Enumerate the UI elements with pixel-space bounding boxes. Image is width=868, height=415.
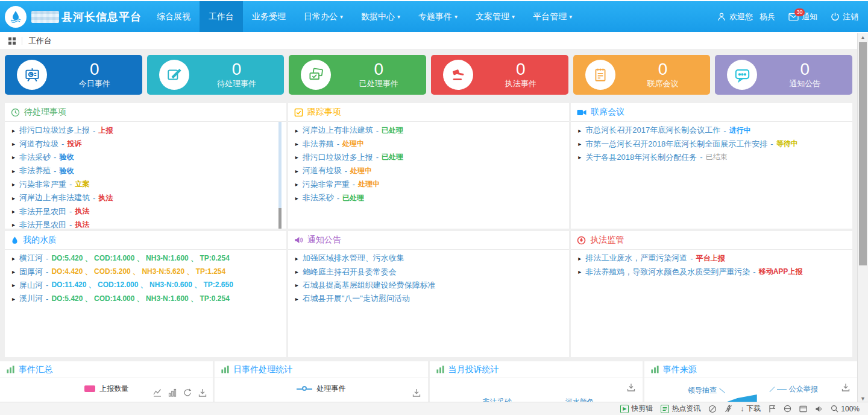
menu-item-overview[interactable]: 综合展视 xyxy=(148,1,200,32)
brand[interactable]: 县河长信息平台 xyxy=(0,6,148,28)
line-chart-toggle-icon[interactable] xyxy=(153,388,162,397)
zoom-control[interactable]: 100% xyxy=(831,405,860,413)
list-item[interactable]: ▸污染非常严重-处理中 xyxy=(295,178,570,191)
menu-item-business[interactable]: 业务受理 xyxy=(243,1,295,32)
flag-icon[interactable] xyxy=(769,405,776,413)
caret-right-icon: ▸ xyxy=(578,127,581,134)
chart-title: 当月投诉统计 xyxy=(448,364,499,375)
flash-off-icon[interactable] xyxy=(725,405,732,413)
quick-edit-button[interactable]: ▶快剪辑 xyxy=(620,404,653,414)
water-item[interactable]: ▸固厚河-DO:4.420 、 COD:5.200 、 NH3-N:5.620 … xyxy=(12,265,286,278)
list-item[interactable]: ▸市总河长召开2017年底河长制会议工作-进行中 xyxy=(578,124,852,137)
list-item[interactable]: ▸非法养殖鸡，导致河水颜色及水质受到严重污染-移动APP上报 xyxy=(578,265,852,278)
scroll-up-arrow[interactable]: ▲ xyxy=(858,33,868,42)
caret-right-icon: ▸ xyxy=(295,154,298,160)
panel-scrollbar[interactable] xyxy=(278,122,281,229)
list-item[interactable]: ▸石城县开展"八一"走访慰问活动 xyxy=(295,292,570,305)
grid-icon[interactable] xyxy=(8,37,16,45)
chart-legend[interactable]: 处理事件 xyxy=(215,384,427,394)
list-item[interactable]: ▸非法采砂-已处理 xyxy=(295,191,570,204)
list-item[interactable]: ▸加强区域排水管理、污水收集 xyxy=(295,252,570,265)
list-item[interactable]: ▸排污口垃圾过多上报-上报 xyxy=(12,124,286,137)
list-item[interactable]: ▸排法工业废水，严重污染河道-平台上报 xyxy=(578,252,852,265)
menu-item-platform-admin[interactable]: 平台管理▾ xyxy=(524,1,581,32)
download-icon[interactable] xyxy=(198,388,207,397)
menu-item-documents[interactable]: 文案管理▾ xyxy=(467,1,524,32)
scrollbar-thumb[interactable] xyxy=(859,42,867,265)
menu-item-special-events[interactable]: 专题事件▾ xyxy=(409,1,467,32)
water-item[interactable]: ▸横江河-DO:5.420 、 COD:14.000 、 NH3-N:1.600… xyxy=(12,252,286,265)
ad-block-icon[interactable] xyxy=(708,405,717,413)
list-item[interactable]: ▸河道有垃圾-投诉 xyxy=(12,137,286,150)
logout-button[interactable]: 注销 xyxy=(831,11,858,22)
news-icon xyxy=(661,405,669,413)
stat-label: 已处理事件 xyxy=(359,78,398,89)
download-icon[interactable] xyxy=(841,383,850,391)
notifications-button[interactable]: 30 通知 xyxy=(788,11,817,22)
list-item[interactable]: ▸污染非常严重-立案 xyxy=(12,178,286,191)
water-item[interactable]: ▸屏山河-DO:11.420 、 COD:12.000 、 NH3-N:0.60… xyxy=(12,279,286,292)
list-item[interactable]: ▸排污口垃圾过多上报-已处理 xyxy=(295,151,570,164)
caret-right-icon: ▸ xyxy=(12,255,15,262)
panel-title: 待处理事项 xyxy=(24,107,66,118)
status-badge: 验收 xyxy=(59,166,74,176)
list-item[interactable]: ▸关于各县2018年河长制分配任务-已结束 xyxy=(578,151,852,164)
river-name: 屏山河 xyxy=(19,280,43,291)
menu-item-data-center[interactable]: 数据中心▾ xyxy=(352,1,409,32)
stat-value: 0 xyxy=(658,60,668,78)
stat-card-enforcement-events[interactable]: 0执法事件 xyxy=(431,55,568,95)
list-item[interactable]: ▸河道有垃圾-处理中 xyxy=(295,164,570,177)
stat-card-joint-meetings[interactable]: 0联席会议 xyxy=(573,55,711,95)
list-item[interactable]: ▸非法采砂-验收 xyxy=(12,151,286,164)
water-item[interactable]: ▸溪川河-DO:5.420 、 COD:14.000 、 NH3-N:1.600… xyxy=(12,292,286,305)
speaker-icon[interactable] xyxy=(815,405,823,413)
user-greeting[interactable]: 欢迎您 杨兵 xyxy=(717,11,775,22)
pie-slice-label: 公众举报 xyxy=(769,384,818,394)
caret-right-icon: ▸ xyxy=(12,181,15,188)
bar-chart-toggle-icon[interactable] xyxy=(168,388,177,397)
stat-card-notices[interactable]: 0通知公告 xyxy=(715,55,852,95)
chart-header: 事件汇总 xyxy=(0,361,213,378)
caret-right-icon: ▸ xyxy=(295,141,298,147)
refresh-icon[interactable] xyxy=(183,388,192,397)
list-item[interactable]: ▸非法养殖-验收 xyxy=(12,164,286,177)
meeting-list: ▸市总河长召开2017年底河长制会议工作-进行中 ▸市第一总河长召开2018年底… xyxy=(571,122,852,164)
list-item[interactable]: ▸非法养殖-处理中 xyxy=(295,137,570,150)
notice-list: ▸加强区域排水管理、污水收集 ▸鲍峰庭主持召开县委常委会 ▸石城县提高基层组织建… xyxy=(288,250,570,306)
browser-mode-icon[interactable] xyxy=(784,405,791,413)
stat-card-today-events[interactable]: 0今日事件 xyxy=(5,55,142,95)
pending-list: ▸排污口垃圾过多上报-上报 ▸河道有垃圾-投诉 ▸非法采砂-验收 ▸非法养殖-验… xyxy=(5,122,286,229)
window-icon[interactable] xyxy=(799,405,807,413)
download-icon[interactable] xyxy=(627,383,635,391)
caret-down-icon: ▾ xyxy=(454,13,458,20)
person-icon xyxy=(717,12,726,22)
label-callout-line xyxy=(719,388,725,393)
list-item[interactable]: ▸市第一总河长召开2018年底河长制全面展示工作安排-等待中 xyxy=(578,137,852,150)
stat-card-pending-events[interactable]: 0待处理事件 xyxy=(147,55,285,95)
panel-header: 通知公告 xyxy=(288,231,570,250)
menu-item-daily-office[interactable]: 日常办公▾ xyxy=(295,1,352,32)
hot-news-button[interactable]: 热点资讯 xyxy=(661,404,700,414)
stat-card-processed-events[interactable]: 0已处理事件 xyxy=(289,55,426,95)
zoom-level: 100% xyxy=(841,405,860,413)
list-item[interactable]: ▸鲍峰庭主持召开县委常委会 xyxy=(295,265,570,278)
download-icon[interactable] xyxy=(412,388,421,397)
stat-value: 0 xyxy=(232,60,242,78)
label-callout-line xyxy=(769,387,775,392)
presentation-icon xyxy=(17,60,47,90)
menu-item-workbench[interactable]: 工作台 xyxy=(200,1,243,32)
list-item[interactable]: ▸非法开垦农田-执法 xyxy=(12,204,286,218)
main-menu: 综合展视 工作台 业务受理 日常办公▾ 数据中心▾ 专题事件▾ 文案管理▾ 平台… xyxy=(148,1,581,32)
page-scrollbar[interactable]: ▲ ▼ xyxy=(857,33,868,403)
list-item[interactable]: ▸河岸边上有非法建筑-执法 xyxy=(12,191,286,204)
list-item[interactable]: ▸河岸边上有非法建筑-已处理 xyxy=(295,124,570,137)
tracked-list: ▸河岸边上有非法建筑-已处理 ▸非法养殖-处理中 ▸排污口垃圾过多上报-已处理 … xyxy=(288,122,570,204)
caret-right-icon: ▸ xyxy=(295,296,298,302)
panel-scrollbar-thumb[interactable] xyxy=(278,208,281,229)
chart-title: 日事件处理统计 xyxy=(233,364,292,375)
panel-pending-items: 待处理事项 ▸排污口垃圾过多上报-上报 ▸河道有垃圾-投诉 ▸非法采砂-验收 ▸… xyxy=(5,103,286,229)
list-item[interactable]: ▸石城县提高基层组织建设经费保障标准 xyxy=(295,279,570,292)
download-manager-button[interactable]: ↓下载 xyxy=(740,404,761,414)
list-item[interactable]: ▸非法开垦农田-执法 xyxy=(12,218,286,229)
caret-down-icon: ▾ xyxy=(512,13,515,20)
